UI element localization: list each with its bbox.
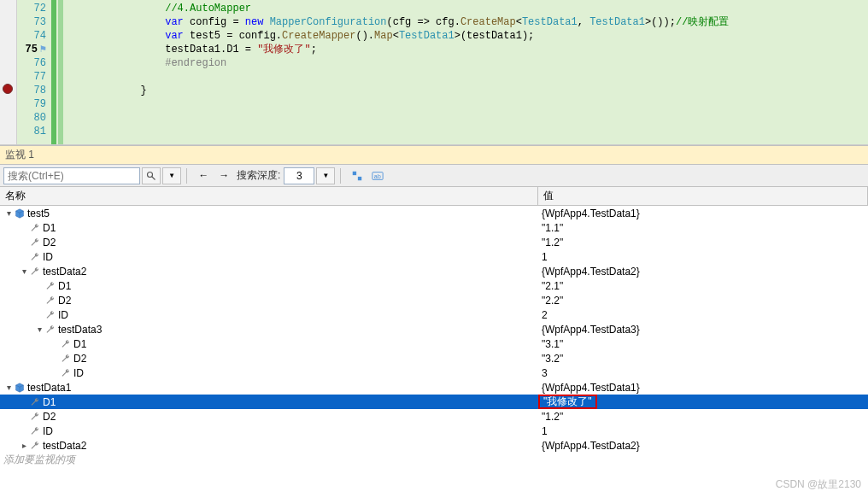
change-marker-gutter-2 xyxy=(58,0,63,144)
expander-icon[interactable]: ▾ xyxy=(3,383,14,392)
wrench-icon xyxy=(29,266,41,278)
watch-item-name: D1 xyxy=(43,222,56,234)
search-depth-input[interactable] xyxy=(284,167,314,184)
watch-item-name: D1 xyxy=(43,396,56,408)
change-marker-gutter xyxy=(51,0,56,144)
code-editor[interactable]: 72737475⚑767778798081 //4.AutoMapper var… xyxy=(0,0,868,145)
expander-icon[interactable]: ▾ xyxy=(34,325,44,334)
watch-item-name: D2 xyxy=(58,295,71,307)
nav-back-icon[interactable]: ← xyxy=(194,167,213,184)
wrench-icon xyxy=(29,440,41,452)
watch-item-name: D1 xyxy=(58,280,71,292)
wrench-icon xyxy=(44,280,56,292)
watch-row[interactable]: ▾testData2{WpfApp4.TestData2} xyxy=(0,264,868,278)
wrench-icon xyxy=(44,295,56,307)
svg-rect-4 xyxy=(372,172,383,179)
watch-row[interactable]: D1"2.1" xyxy=(0,278,868,293)
code-body[interactable]: //4.AutoMapper var config = new MapperCo… xyxy=(63,0,868,144)
highlight-icon[interactable]: ab xyxy=(368,167,387,184)
watch-row[interactable]: D2"1.2" xyxy=(0,235,868,249)
svg-text:ab: ab xyxy=(374,172,381,179)
watch-row[interactable]: D2"1.2" xyxy=(0,409,868,424)
watch-row[interactable]: D1"我修改了" xyxy=(0,395,868,409)
watch-row[interactable]: ID1 xyxy=(0,424,868,438)
breakpoint-icon[interactable] xyxy=(3,84,13,94)
wrench-icon xyxy=(29,222,41,234)
watch-item-value[interactable]: "1.2" xyxy=(538,237,868,248)
col-header-name[interactable]: 名称 xyxy=(0,187,538,205)
col-header-value[interactable]: 值 xyxy=(538,187,868,205)
wrench-icon xyxy=(60,353,72,365)
watch-row[interactable]: ID3 xyxy=(0,365,868,380)
watch-row[interactable]: D2"3.2" xyxy=(0,351,868,365)
wrench-icon xyxy=(29,251,41,263)
watch-row[interactable]: ▸testData2{WpfApp4.TestData2} xyxy=(0,438,868,453)
watch-tree[interactable]: ▾test5{WpfApp4.TestData1} D1"1.1" D2"1.2… xyxy=(0,206,868,467)
add-watch-placeholder[interactable]: 添加要监视的项 xyxy=(0,453,538,467)
wrench-icon xyxy=(60,338,72,350)
watch-item-value[interactable]: "1.1" xyxy=(538,222,868,234)
wrench-icon xyxy=(44,309,56,321)
svg-rect-2 xyxy=(353,171,356,174)
watch-row[interactable]: ▾testData3{WpfApp4.TestData3} xyxy=(0,322,868,336)
watch-row[interactable]: D1"3.1" xyxy=(0,336,868,351)
watch-item-name: testData3 xyxy=(58,324,102,336)
watch-item-value[interactable]: 1 xyxy=(538,251,868,263)
nav-forward-icon[interactable]: → xyxy=(214,167,233,184)
expander-icon[interactable]: ▾ xyxy=(19,266,29,276)
depth-label: 搜索深度: xyxy=(237,168,280,183)
expander-icon[interactable]: ▸ xyxy=(19,441,29,450)
cube-icon xyxy=(14,208,26,219)
watch-item-value[interactable]: 2 xyxy=(538,309,868,321)
watch-item-value[interactable]: 1 xyxy=(538,425,868,437)
field-picker-icon[interactable] xyxy=(348,167,367,184)
watch-item-name: ID xyxy=(43,425,53,437)
watch-item-value[interactable]: "2.1" xyxy=(538,280,868,292)
line-number-gutter: 72737475⚑767778798081 xyxy=(17,0,51,144)
watch-toolbar: ▾ ← → 搜索深度: ▾ ab xyxy=(0,165,868,187)
watch-item-value[interactable]: {WpfApp4.TestData1} xyxy=(538,382,868,394)
wrench-icon xyxy=(44,324,56,336)
search-dropdown-icon[interactable]: ▾ xyxy=(162,167,181,184)
watch-item-value[interactable]: "我修改了" xyxy=(538,395,868,409)
watch-column-header: 名称 值 xyxy=(0,187,868,206)
svg-line-1 xyxy=(152,176,155,179)
separator-2 xyxy=(340,168,341,184)
watch-panel-title: 监视 1 xyxy=(0,145,868,165)
expander-icon[interactable]: ▾ xyxy=(3,208,14,218)
wrench-icon xyxy=(29,396,41,408)
watch-item-value[interactable]: {WpfApp4.TestData2} xyxy=(538,440,868,452)
watch-row[interactable]: ▾testData1{WpfApp4.TestData1} xyxy=(0,380,868,395)
watch-item-value[interactable]: "2.2" xyxy=(538,295,868,307)
watch-item-name: testData2 xyxy=(43,440,86,452)
watch-item-value[interactable]: {WpfApp4.TestData3} xyxy=(538,324,868,336)
svg-rect-3 xyxy=(358,176,361,179)
search-icon[interactable] xyxy=(142,167,161,184)
watch-row[interactable]: D2"2.2" xyxy=(0,293,868,307)
watermark: CSDN @故里2130 xyxy=(776,477,861,492)
wrench-icon xyxy=(60,367,72,379)
watch-item-value[interactable]: "1.2" xyxy=(538,411,868,423)
breakpoint-gutter[interactable] xyxy=(0,0,17,144)
watch-row[interactable]: ID1 xyxy=(0,249,868,264)
watch-item-name: testData2 xyxy=(43,266,86,278)
watch-item-value[interactable]: {WpfApp4.TestData2} xyxy=(538,266,868,278)
watch-item-value[interactable]: "3.1" xyxy=(538,338,868,350)
svg-point-0 xyxy=(148,172,153,177)
watch-row[interactable]: D1"1.1" xyxy=(0,220,868,235)
watch-row[interactable]: ▾test5{WpfApp4.TestData1} xyxy=(0,206,868,220)
watch-item-value[interactable]: {WpfApp4.TestData1} xyxy=(538,208,868,219)
watch-item-name: D1 xyxy=(73,338,86,350)
watch-item-name: test5 xyxy=(27,208,50,219)
watch-item-name: D2 xyxy=(43,411,56,423)
separator xyxy=(186,168,187,184)
watch-row[interactable]: ID2 xyxy=(0,307,868,322)
search-input[interactable] xyxy=(3,167,140,184)
search-box-wrap: ▾ xyxy=(3,167,181,184)
watch-item-value[interactable]: "3.2" xyxy=(538,353,868,365)
watch-item-name: ID xyxy=(58,309,68,321)
wrench-icon xyxy=(29,237,41,248)
watch-item-name: D2 xyxy=(43,237,56,248)
depth-dropdown-icon[interactable]: ▾ xyxy=(316,167,335,184)
watch-item-value[interactable]: 3 xyxy=(538,367,868,379)
